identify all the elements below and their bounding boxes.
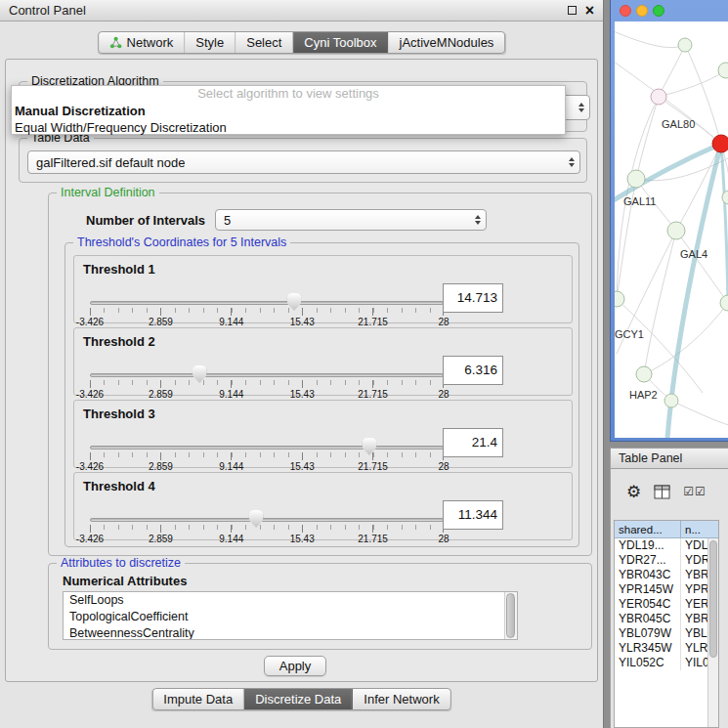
gear-icon[interactable]: ⚙ (626, 484, 641, 500)
network-node[interactable] (664, 394, 678, 407)
threshold-2-value[interactable]: 6.316 (443, 356, 503, 385)
tab-label: Network (127, 35, 174, 50)
scale-label: 15.43 (290, 317, 315, 327)
numerical-attributes-list[interactable]: SelfLoops TopologicalCoefficient Between… (63, 591, 518, 640)
column-header-name[interactable]: n... (681, 521, 718, 537)
network-node-gal4[interactable] (667, 222, 685, 239)
close-icon[interactable]: × (585, 3, 594, 19)
dropdown-option-manual-discretization[interactable]: Manual Discretization (12, 103, 565, 119)
slider-scale: -3.426 2.859 9.144 15.43 21.715 28 (90, 534, 444, 545)
network-node[interactable] (720, 295, 728, 311)
network-canvas[interactable]: GAL80 GAL11 GAL4 GCY1 HAP2 (615, 21, 728, 438)
tab-network[interactable]: Network (99, 32, 186, 53)
table-row[interactable]: YBR043C YBR0... (615, 568, 718, 582)
table-cell[interactable]: YBR043C (615, 568, 681, 582)
scale-label: 9.144 (219, 534, 243, 544)
scale-label: 2.859 (149, 461, 173, 472)
scale-label: 21.715 (358, 317, 388, 327)
table-cell[interactable]: YER054C (615, 597, 681, 612)
tab-infer-network[interactable]: Infer Network (353, 689, 450, 709)
list-item[interactable]: SelfLoops (64, 592, 517, 609)
float-window-icon[interactable] (568, 6, 577, 15)
threshold-2-panel: Threshold 2 -3.426 2.859 9.144 15.43 (73, 327, 573, 396)
table-row[interactable]: YLR345W YLR3... (615, 641, 718, 656)
table-data-combo[interactable]: galFiltered.sif default node (27, 150, 580, 174)
network-node-hap2[interactable] (636, 366, 652, 382)
table-cell[interactable]: YDL19... (615, 538, 681, 553)
group-title: Attributes to discretize (57, 556, 185, 571)
table-row[interactable]: YBL079W YBL0... (615, 626, 718, 641)
table-row[interactable]: YER054C YER0... (615, 597, 718, 612)
threshold-3-value[interactable]: 21.4 (443, 428, 503, 457)
tab-select[interactable]: Select (236, 32, 293, 53)
threshold-4-value[interactable]: 11.344 (443, 500, 503, 530)
combo-value: 5 (216, 213, 231, 228)
scale-label: -3.426 (76, 389, 104, 400)
threshold-label: Threshold 1 (83, 262, 155, 277)
scrollbar-thumb[interactable] (506, 593, 515, 638)
tab-impute-data[interactable]: Impute Data (152, 689, 244, 709)
threshold-4-slider[interactable]: -3.426 2.859 9.144 15.43 21.715 28 (90, 506, 444, 547)
node-label: GAL4 (680, 248, 707, 260)
slider-track[interactable] (90, 301, 444, 305)
table-scrollbar[interactable] (707, 538, 718, 727)
group-title: Interval Definition (57, 186, 159, 200)
table-header: shared... n... (615, 521, 718, 538)
network-node[interactable] (678, 38, 692, 52)
table-data-group: Table Data galFiltered.sif default node (19, 138, 587, 183)
zoom-button[interactable] (653, 5, 664, 17)
columns-icon-glyph (654, 485, 670, 499)
table-row[interactable]: YDL19... YDL1... (615, 538, 718, 553)
slider-track[interactable] (90, 518, 444, 522)
threshold-3-slider[interactable]: -3.426 2.859 9.144 15.43 21.715 28 (90, 434, 444, 475)
threshold-1-slider[interactable]: -3.426 2.859 9.144 15.43 21.715 28 (90, 289, 444, 330)
table-row[interactable]: YPR145W YPR1... (615, 582, 718, 597)
list-item[interactable]: TopologicalCoefficient (64, 609, 517, 625)
threshold-1-value[interactable]: 14.713 (443, 283, 503, 313)
slider-track[interactable] (90, 446, 444, 450)
network-node[interactable] (718, 63, 728, 78)
selected-node[interactable] (712, 135, 728, 152)
scale-label: 21.715 (358, 534, 388, 544)
network-node-gal11[interactable] (627, 170, 645, 188)
column-header-shared-name[interactable]: shared... (615, 521, 681, 537)
threshold-2-slider[interactable]: -3.426 2.859 9.144 15.43 21.715 28 (90, 362, 444, 403)
table-row[interactable]: YDR27... YDR2... (615, 553, 718, 568)
tab-jactivemnodules[interactable]: jActiveMNodules (389, 32, 505, 53)
network-node-gal80[interactable] (651, 89, 666, 105)
numerical-attributes-label: Numerical Attributes (63, 574, 187, 588)
table-cell[interactable]: YBR045C (615, 612, 681, 626)
table-cell[interactable]: YLR345W (615, 641, 681, 656)
dropdown-hint: Select algorithm to view settings (12, 86, 565, 103)
columns-icon[interactable] (654, 485, 670, 499)
slider-track[interactable] (90, 373, 444, 377)
table-row[interactable]: YIL052C YIL0... (615, 656, 718, 670)
table-cell[interactable]: YPR145W (615, 582, 681, 597)
cyni-mode-tabs: Impute Data Discretize Data Infer Networ… (151, 688, 450, 710)
network-view-window[interactable]: GAL80 GAL11 GAL4 GCY1 HAP2 (610, 0, 728, 442)
control-panel-window: Control Panel × Network Style Select Cyn… (0, 0, 604, 728)
num-intervals-label: Number of Intervals (86, 213, 205, 228)
table-row[interactable]: YBR045C YBR0... (615, 612, 718, 626)
threshold-label: Threshold 2 (83, 334, 155, 349)
scale-label: 21.715 (358, 389, 388, 400)
dropdown-option-equal-width[interactable]: Equal Width/Frequency Discretization (12, 119, 565, 136)
scrollbar-thumb[interactable] (709, 540, 717, 658)
table-cell[interactable]: YBL079W (615, 626, 681, 641)
table-cell[interactable]: YIL052C (615, 656, 681, 670)
threshold-3-panel: Threshold 3 -3.426 2.859 9.144 15.43 (73, 400, 573, 468)
tab-cyni-toolbox[interactable]: Cyni Toolbox (293, 32, 388, 53)
tab-discretize-data[interactable]: Discretize Data (244, 689, 353, 709)
scale-label: 28 (438, 317, 449, 327)
apply-button[interactable]: Apply (264, 656, 326, 676)
tab-style[interactable]: Style (185, 32, 236, 53)
table-cell[interactable]: YDR27... (615, 553, 681, 568)
list-item[interactable]: BetweennessCentrality (64, 625, 517, 640)
close-button[interactable] (620, 5, 631, 17)
thresholds-group: Threshold's Coordinates for 5 Intervals … (64, 242, 579, 547)
num-intervals-combo[interactable]: 5 (215, 209, 487, 231)
minimize-button[interactable] (636, 5, 648, 17)
select-columns-icon[interactable]: ☑☑ (683, 485, 707, 498)
scale-label: 9.144 (219, 461, 243, 472)
list-scrollbar[interactable] (504, 592, 517, 639)
